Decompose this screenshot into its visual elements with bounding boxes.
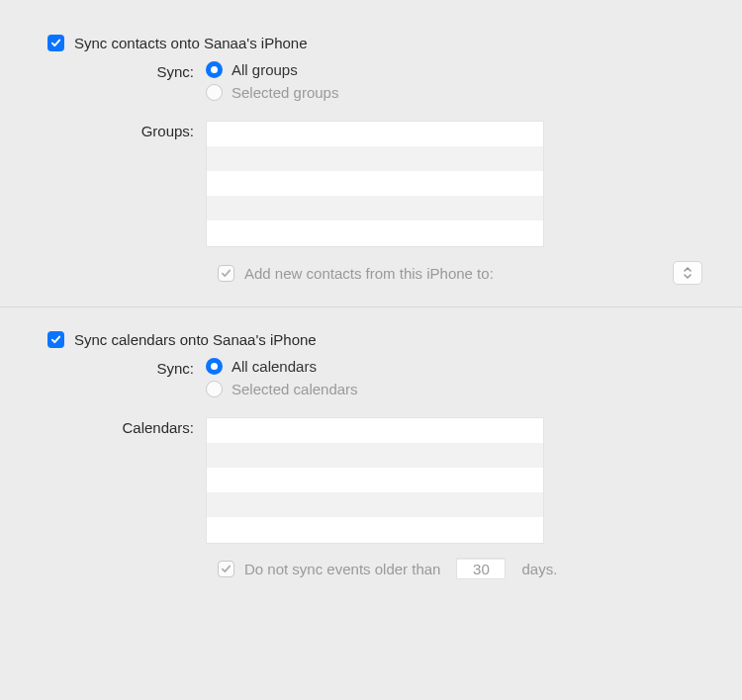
calendars-radio-selected[interactable] [206, 381, 223, 397]
older-events-label-post: days. [521, 561, 557, 577]
check-icon [50, 38, 61, 48]
calendars-radio-selected-label: Selected calendars [232, 381, 358, 397]
calendars-list[interactable] [206, 417, 544, 544]
calendars-section: Sync calendars onto Sanaa's iPhone Sync:… [47, 307, 702, 601]
older-events-checkbox[interactable] [218, 561, 234, 577]
contacts-groups-label: Groups: [47, 121, 206, 139]
contacts-radio-selected-label: Selected groups [232, 84, 338, 101]
contacts-groups-list[interactable] [206, 121, 544, 247]
contacts-sync-radio-group: All groups Selected groups [206, 61, 338, 107]
check-icon [50, 334, 61, 345]
up-down-chevron-icon [683, 266, 693, 280]
contacts-radio-all[interactable] [206, 61, 223, 78]
add-new-contacts-label: Add new contacts from this iPhone to: [244, 265, 494, 282]
calendars-sync-radio-group: All calendars Selected calendars [206, 358, 358, 403]
sync-contacts-label: Sync contacts onto Sanaa's iPhone [74, 35, 308, 51]
calendars-list-label: Calendars: [47, 417, 206, 436]
older-events-label-pre: Do not sync events older than [244, 561, 440, 577]
contacts-sync-label: Sync: [47, 61, 206, 80]
contacts-section: Sync contacts onto Sanaa's iPhone Sync: … [47, 25, 702, 306]
check-icon [221, 564, 232, 574]
contacts-radio-selected[interactable] [206, 84, 223, 101]
contacts-radio-all-label: All groups [232, 61, 298, 78]
sync-contacts-checkbox[interactable] [47, 35, 64, 51]
check-icon [221, 268, 232, 279]
calendars-radio-all-label: All calendars [232, 358, 317, 375]
older-events-days-field[interactable]: 30 [456, 558, 506, 579]
sync-calendars-label: Sync calendars onto Sanaa's iPhone [74, 331, 317, 348]
sync-calendars-checkbox[interactable] [47, 331, 64, 348]
add-new-contacts-popup[interactable] [673, 261, 702, 285]
add-new-contacts-checkbox[interactable] [218, 265, 234, 282]
calendars-radio-all[interactable] [206, 358, 223, 375]
calendars-sync-label: Sync: [47, 358, 206, 377]
